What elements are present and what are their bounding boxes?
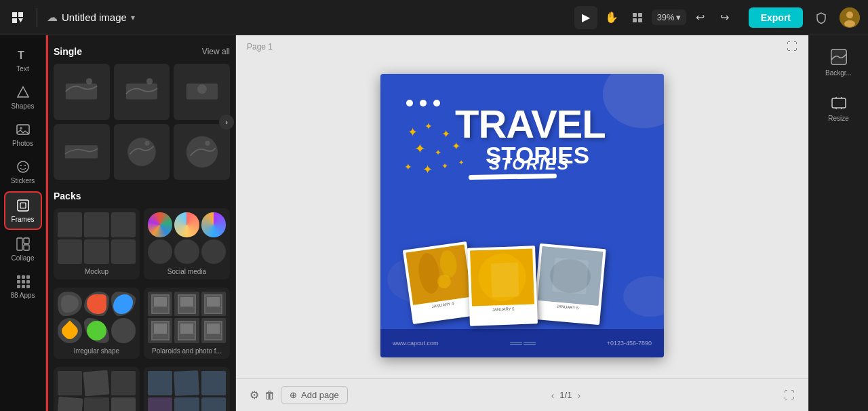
svg-rect-16 bbox=[17, 238, 22, 250]
background-tool-btn[interactable]: Backgr... bbox=[813, 42, 865, 82]
add-page-btn[interactable]: ⊕ Add page bbox=[281, 386, 348, 404]
svg-text:✦: ✦ bbox=[422, 163, 433, 176]
pack-row-3 bbox=[54, 367, 230, 411]
svg-text:✦: ✦ bbox=[408, 125, 418, 139]
svg-rect-26 bbox=[22, 285, 25, 288]
svg-text:✦: ✦ bbox=[404, 161, 412, 172]
user-avatar[interactable] bbox=[840, 7, 860, 28]
undo-btn[interactable]: ↩ bbox=[689, 6, 712, 29]
document-title[interactable]: Untitled image bbox=[62, 12, 127, 23]
travel-title: TRAVEL bbox=[455, 104, 606, 144]
sidebar-item-shapes[interactable]: Shapes bbox=[4, 79, 42, 115]
app-logo[interactable] bbox=[8, 8, 27, 27]
canvas-footer: www.capcut.com +0123-456-7890 bbox=[380, 329, 664, 357]
fullscreen-btn[interactable]: ⛶ bbox=[784, 389, 795, 402]
svg-rect-55 bbox=[491, 262, 519, 297]
mockup-pack-card[interactable]: Mockup bbox=[54, 208, 140, 279]
polaroid-3: JANUARY 5 bbox=[533, 243, 606, 325]
irregular-shape-pack-card[interactable]: Irregular shape bbox=[54, 288, 140, 359]
layout-tool-btn[interactable] bbox=[626, 6, 649, 29]
select-tool-btn[interactable]: ▶ bbox=[574, 6, 597, 29]
hand-tool-btn[interactable]: ✋ bbox=[600, 6, 623, 29]
svg-rect-25 bbox=[17, 285, 20, 288]
svg-rect-18 bbox=[24, 245, 29, 250]
dot-1 bbox=[406, 100, 413, 106]
frame-thumb-3[interactable] bbox=[174, 64, 230, 120]
single-nav-arrow[interactable]: › bbox=[219, 115, 234, 130]
website-text: www.capcut.com bbox=[393, 340, 439, 347]
dot-3 bbox=[433, 100, 440, 106]
text-label: Text bbox=[16, 65, 28, 73]
sidebar-item-text[interactable]: T Text bbox=[4, 42, 42, 78]
frame-thumb-6[interactable] bbox=[174, 124, 230, 180]
canvas-settings-btn[interactable]: ⚙ bbox=[250, 389, 259, 402]
pack5-card[interactable] bbox=[54, 367, 140, 411]
sidebar-item-stickers[interactable]: Stickers bbox=[4, 154, 42, 190]
canvas-delete-btn[interactable]: 🗑 bbox=[264, 389, 275, 402]
frames-label: Frames bbox=[12, 216, 35, 223]
prev-page-btn[interactable]: ‹ bbox=[551, 390, 555, 401]
svg-rect-14 bbox=[18, 200, 28, 211]
view-all-btn[interactable]: View all bbox=[202, 47, 230, 56]
svg-point-38 bbox=[205, 141, 210, 146]
single-section-header: Single View all bbox=[54, 46, 230, 57]
svg-point-13 bbox=[24, 165, 26, 166]
svg-rect-22 bbox=[17, 280, 20, 283]
undo-redo-group: ↩ ↪ bbox=[689, 6, 736, 29]
sidebar-item-photos[interactable]: Photos bbox=[4, 117, 42, 153]
frame-thumb-1[interactable] bbox=[54, 64, 110, 120]
svg-text:✦: ✦ bbox=[414, 141, 426, 156]
svg-rect-24 bbox=[26, 280, 30, 283]
topbar: ☁ Untitled image ▾ ▶ ✋ 39% ▾ ↩ ↪ Export bbox=[0, 0, 868, 35]
next-page-btn[interactable]: › bbox=[577, 390, 580, 401]
svg-point-31 bbox=[146, 79, 153, 85]
page-indicator: 1/1 bbox=[559, 390, 572, 400]
shield-btn[interactable] bbox=[810, 6, 833, 29]
zoom-control[interactable]: 39% ▾ bbox=[652, 9, 686, 25]
svg-point-5 bbox=[846, 12, 853, 18]
zoom-level: 39% bbox=[657, 12, 675, 22]
title-area: ☁ Untitled image ▾ bbox=[47, 11, 135, 24]
dot-2 bbox=[420, 100, 427, 106]
svg-rect-58 bbox=[552, 258, 589, 294]
svg-point-33 bbox=[197, 85, 207, 94]
svg-point-10 bbox=[20, 127, 22, 130]
footer-dots bbox=[510, 342, 536, 345]
packs-section: Packs Mockup bbox=[54, 191, 230, 411]
title-dropdown-icon[interactable]: ▾ bbox=[131, 13, 135, 22]
polaroids-pack-card[interactable]: Polaroids and photo f... bbox=[144, 288, 230, 359]
resize-tool-btn[interactable]: Resize bbox=[813, 87, 865, 128]
svg-rect-61 bbox=[832, 98, 846, 108]
svg-rect-1 bbox=[638, 13, 642, 17]
sidebar-item-frames[interactable]: Frames bbox=[4, 191, 42, 230]
collage-label: Collage bbox=[12, 254, 35, 262]
frame-thumb-4[interactable] bbox=[54, 124, 110, 180]
export-button[interactable]: Export bbox=[749, 7, 803, 28]
dots-row bbox=[406, 100, 440, 106]
svg-text:T: T bbox=[18, 50, 24, 61]
frame-thumb-5[interactable] bbox=[114, 124, 170, 180]
frame-thumb-2[interactable] bbox=[114, 64, 170, 120]
polaroids-label: Polaroids and photo f... bbox=[144, 347, 230, 355]
design-canvas[interactable]: ✦ ✦ ✦ ✦ ✦ ✦ ✦ ✦ ✦ ✦ TRA bbox=[380, 74, 664, 357]
right-panel: Backgr... Resize bbox=[808, 35, 868, 411]
resize-tool-label: Resize bbox=[828, 115, 849, 122]
bg-shape-2 bbox=[623, 276, 664, 317]
single-frames-grid: › bbox=[54, 64, 230, 180]
svg-text:✦: ✦ bbox=[435, 148, 441, 157]
redo-btn[interactable]: ↪ bbox=[713, 6, 736, 29]
svg-rect-34 bbox=[65, 145, 98, 158]
expand-icon[interactable]: ⛶ bbox=[787, 41, 797, 53]
sidebar-item-collage[interactable]: Collage bbox=[4, 231, 42, 267]
social-media-pack-card[interactable]: Social media bbox=[144, 208, 230, 279]
cloud-icon: ☁ bbox=[47, 11, 58, 24]
pack-row-1: Mockup Social media bbox=[54, 208, 230, 279]
mockup-label: Mockup bbox=[54, 268, 140, 275]
pack6-card[interactable] bbox=[144, 367, 230, 411]
svg-rect-23 bbox=[22, 280, 25, 283]
stories-title-full: STORIES bbox=[486, 142, 589, 169]
single-title: Single bbox=[54, 46, 82, 57]
sidebar-item-apps[interactable]: 88 Apps bbox=[4, 269, 42, 305]
svg-point-29 bbox=[86, 79, 92, 85]
svg-rect-21 bbox=[26, 275, 30, 279]
